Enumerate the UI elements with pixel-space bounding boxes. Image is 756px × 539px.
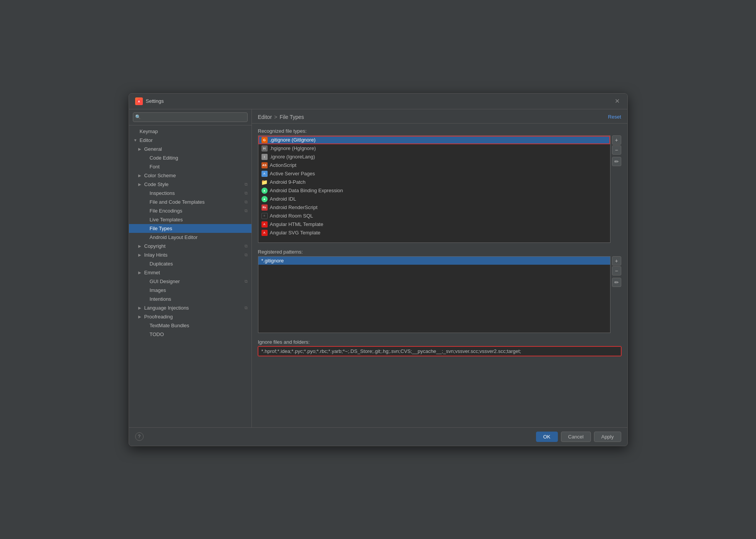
sidebar-item-label: Font: [150, 164, 160, 170]
copy-icon: ⧉: [245, 244, 248, 249]
breadcrumb-separator: >: [274, 114, 277, 120]
sidebar-item-editor[interactable]: ▼ Editor: [129, 136, 251, 145]
apply-button[interactable]: Apply: [594, 432, 621, 442]
file-type-label: Android RenderScript: [270, 204, 318, 210]
sidebar-item-label: Code Style: [144, 181, 169, 187]
file-type-item-android-room-sql[interactable]: ≡ Android Room SQL: [258, 212, 610, 220]
ignore-label: Ignore files and folders:: [258, 339, 621, 345]
pattern-item-gitignore[interactable]: *.gitignore: [258, 257, 610, 265]
file-icon-android: ▲: [261, 188, 268, 194]
sidebar-item-gui-designer[interactable]: GUI Designer ⧉: [129, 277, 251, 286]
file-icon-db: ≡: [261, 213, 268, 219]
registered-section: Registered patterns: *.gitignore + − ✏: [258, 249, 621, 333]
sidebar-item-file-types[interactable]: File Types: [129, 224, 251, 233]
sidebar-item-code-style[interactable]: ▶ Code Style ⧉: [129, 180, 251, 189]
file-type-item-ignore[interactable]: I .ignore (IgnoreLang): [258, 153, 610, 161]
copy-icon: ⧉: [245, 279, 248, 284]
sidebar-item-emmet[interactable]: ▶ Emmet: [129, 268, 251, 277]
edit-pattern-button[interactable]: ✏: [612, 278, 621, 287]
search-input[interactable]: [133, 112, 248, 122]
settings-dialog: A Settings ✕ 🔍 Keymap: [129, 93, 628, 446]
remove-file-type-button[interactable]: −: [612, 145, 621, 155]
file-type-item-android-databinding[interactable]: ▲ Android Data Binding Expression: [258, 186, 610, 195]
sidebar-item-code-editing[interactable]: Code Editing: [129, 153, 251, 162]
arrow-icon: ▶: [138, 244, 143, 248]
sidebar-item-file-code-templates[interactable]: File and Code Templates ⧉: [129, 198, 251, 206]
file-type-label: .gitignore (GitIgnore): [270, 137, 316, 143]
sidebar-item-file-encodings[interactable]: File Encodings ⧉: [129, 206, 251, 215]
file-type-item-asp[interactable]: A Active Server Pages: [258, 170, 610, 178]
sidebar-item-language-injections[interactable]: ▶ Language Injections ⧉: [129, 303, 251, 312]
registered-patterns-list: *.gitignore: [258, 256, 610, 333]
breadcrumb-parent: Editor: [258, 114, 272, 120]
arrow-icon: ▶: [138, 253, 143, 257]
reset-button[interactable]: Reset: [608, 114, 621, 120]
arrow-icon: ▶: [138, 182, 143, 186]
breadcrumb-current: File Types: [280, 114, 304, 120]
main-panel: Editor > File Types Reset Recognized fil…: [252, 109, 627, 427]
ignore-input[interactable]: [258, 346, 621, 356]
sidebar-item-label: Emmet: [144, 270, 160, 275]
ok-button[interactable]: OK: [536, 432, 558, 442]
sidebar-item-label: Language Injections: [144, 305, 189, 311]
copy-icon: ⧉: [245, 208, 248, 213]
file-type-label: Active Server Pages: [270, 171, 315, 176]
arrow-icon: ▶: [138, 147, 143, 151]
sidebar-item-intentions[interactable]: Intentions: [129, 295, 251, 303]
file-type-item-gitignore[interactable]: G .gitignore (GitIgnore): [258, 136, 610, 144]
sidebar-item-label: File Types: [150, 226, 172, 231]
file-type-item-actionscript[interactable]: AS ActionScript: [258, 161, 610, 170]
add-pattern-button[interactable]: +: [612, 256, 621, 265]
sidebar-item-proofreading[interactable]: ▶ Proofreading: [129, 312, 251, 321]
copy-icon: ⧉: [245, 252, 248, 257]
sidebar-item-todo[interactable]: TODO: [129, 330, 251, 339]
sidebar-item-images[interactable]: Images: [129, 286, 251, 295]
file-type-item-hgignore[interactable]: H .hgignore (HgIgnore): [258, 144, 610, 153]
help-button[interactable]: ?: [135, 432, 144, 441]
copy-icon: ⧉: [245, 182, 248, 187]
sidebar-item-label: General: [144, 146, 162, 152]
sidebar-item-android-layout-editor[interactable]: Android Layout Editor: [129, 233, 251, 242]
file-type-item-angular-html[interactable]: A Angular HTML Template: [258, 220, 610, 229]
sidebar-item-label: Inspections: [150, 190, 175, 196]
app-icon: A: [135, 97, 143, 105]
sidebar: 🔍 Keymap ▼ Editor ▶ General: [129, 109, 252, 427]
pattern-label: *.gitignore: [261, 258, 284, 264]
sidebar-item-label: Images: [150, 287, 166, 293]
file-type-label: Android Room SQL: [270, 213, 313, 219]
file-type-label: Angular SVG Template: [270, 230, 321, 236]
recognized-list-container: G .gitignore (GitIgnore) H .hgignore (Hg…: [258, 135, 621, 243]
svg-text:A: A: [138, 100, 140, 103]
file-type-label: Android 9-Patch: [270, 179, 306, 185]
edit-file-type-button[interactable]: ✏: [612, 157, 621, 166]
file-type-item-android-9patch[interactable]: 📁 Android 9-Patch: [258, 178, 610, 186]
sidebar-item-live-templates[interactable]: Live Templates: [129, 215, 251, 224]
sidebar-item-color-scheme[interactable]: ▶ Color Scheme: [129, 171, 251, 180]
sidebar-item-font[interactable]: Font: [129, 162, 251, 171]
remove-pattern-button[interactable]: −: [612, 266, 621, 275]
sidebar-item-inspections[interactable]: Inspections ⧉: [129, 189, 251, 198]
file-type-item-android-idl[interactable]: ▲ Android IDL: [258, 195, 610, 203]
file-type-label: Angular HTML Template: [270, 221, 323, 227]
arrow-icon: ▼: [134, 138, 138, 142]
file-type-label: Android IDL: [270, 196, 296, 202]
add-file-type-button[interactable]: +: [612, 135, 621, 145]
sidebar-item-duplicates[interactable]: Duplicates: [129, 259, 251, 268]
file-icon-gitignore: G: [261, 137, 268, 143]
file-icon-android-idl: ▲: [261, 196, 268, 202]
cancel-button[interactable]: Cancel: [561, 432, 591, 442]
sidebar-item-general[interactable]: ▶ General: [129, 145, 251, 153]
file-icon-as: AS: [261, 162, 268, 168]
file-type-item-android-renderscript[interactable]: Rs Android RenderScript: [258, 203, 610, 212]
file-type-item-angular-svg[interactable]: A Angular SVG Template: [258, 229, 610, 237]
file-icon-rs: Rs: [261, 204, 268, 211]
sidebar-item-textmate-bundles[interactable]: TextMate Bundles: [129, 321, 251, 330]
search-box: 🔍: [129, 109, 251, 125]
sidebar-item-label: Keymap: [140, 129, 158, 134]
ignore-section: Ignore files and folders:: [258, 339, 621, 356]
sidebar-item-copyright[interactable]: ▶ Copyright ⧉: [129, 242, 251, 251]
close-button[interactable]: ✕: [614, 97, 621, 105]
sidebar-item-label: Android Layout Editor: [150, 234, 198, 240]
sidebar-item-keymap[interactable]: Keymap: [129, 127, 251, 136]
sidebar-item-inlay-hints[interactable]: ▶ Inlay Hints ⧉: [129, 251, 251, 259]
